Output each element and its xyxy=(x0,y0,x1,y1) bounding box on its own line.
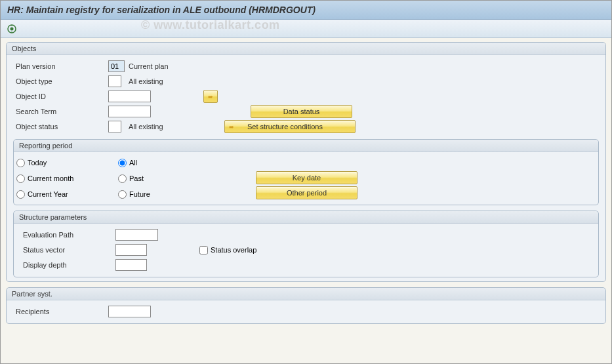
plan-version-input[interactable] xyxy=(108,60,125,72)
eval-path-input[interactable] xyxy=(115,229,158,241)
search-term-input[interactable] xyxy=(108,106,151,117)
arrow-right-icon: ➨ xyxy=(208,93,213,100)
status-vector-label: Status vector xyxy=(20,246,115,254)
display-depth-label: Display depth xyxy=(20,261,115,269)
object-type-label: Object type xyxy=(13,77,108,85)
radio-current-month-label: Current month xyxy=(28,174,73,182)
object-status-input[interactable] xyxy=(108,121,121,132)
radio-today[interactable]: Today xyxy=(16,156,118,169)
radio-past[interactable]: Past xyxy=(118,172,210,185)
radio-current-year-input[interactable] xyxy=(16,190,25,199)
radio-all[interactable]: All xyxy=(118,156,210,169)
object-id-label: Object ID xyxy=(13,92,108,100)
structure-conditions-label: Set structure conditions xyxy=(247,123,323,131)
key-date-button[interactable]: Key date xyxy=(256,171,357,184)
radio-current-month-input[interactable] xyxy=(16,174,25,183)
radio-past-label: Past xyxy=(129,174,144,182)
reporting-period-group: Reporting period Today All Key date Othe… xyxy=(13,139,599,205)
recipients-label: Recipients xyxy=(13,308,108,315)
object-id-multiselect-button[interactable]: ➨ xyxy=(203,90,218,103)
status-overlap-label: Status overlap xyxy=(211,246,256,254)
objects-group-title: Objects xyxy=(7,43,605,55)
structure-parameters-title: Structure parameters xyxy=(14,211,598,224)
partner-syst-group: Partner syst. Recipients xyxy=(6,287,606,324)
search-term-label: Search Term xyxy=(13,108,108,115)
status-overlap-checkbox[interactable] xyxy=(199,246,208,254)
recipients-input[interactable] xyxy=(108,306,151,317)
radio-today-label: Today xyxy=(28,159,47,167)
display-depth-input[interactable] xyxy=(115,259,147,271)
radio-future-input[interactable] xyxy=(118,190,127,199)
objects-group: Objects Plan version Current plan Object… xyxy=(6,42,606,282)
structure-parameters-group: Structure parameters Evaluation Path Sta… xyxy=(13,211,599,277)
radio-future-label: Future xyxy=(129,190,150,198)
object-type-input[interactable] xyxy=(108,75,121,87)
status-vector-input[interactable] xyxy=(115,244,147,256)
svg-point-1 xyxy=(10,27,14,30)
radio-current-year[interactable]: Current Year xyxy=(16,188,118,201)
structure-conditions-button[interactable]: ➨ Set structure conditions xyxy=(224,120,356,133)
object-type-text: All existing xyxy=(129,77,163,85)
radio-current-month[interactable]: Current month xyxy=(16,172,118,185)
radio-current-year-label: Current Year xyxy=(28,190,68,198)
window-title: HR: Maintain registry for serialization … xyxy=(1,1,611,20)
eval-path-label: Evaluation Path xyxy=(20,231,115,239)
data-status-button[interactable]: Data status xyxy=(251,105,352,118)
object-status-label: Object status xyxy=(13,123,108,131)
arrow-right-icon: ➨ xyxy=(229,123,234,131)
partner-syst-title: Partner syst. xyxy=(7,288,605,300)
other-period-button[interactable]: Other period xyxy=(256,186,357,199)
object-id-input[interactable] xyxy=(108,91,151,102)
radio-all-input[interactable] xyxy=(118,159,127,167)
radio-today-input[interactable] xyxy=(16,159,25,167)
radio-past-input[interactable] xyxy=(118,174,127,183)
reporting-period-title: Reporting period xyxy=(14,140,598,152)
radio-future[interactable]: Future xyxy=(118,188,210,201)
plan-version-text: Current plan xyxy=(129,62,169,70)
object-status-text: All existing xyxy=(129,123,163,131)
plan-version-label: Plan version xyxy=(13,62,108,70)
toolbar xyxy=(1,20,611,38)
radio-all-label: All xyxy=(129,159,137,167)
execute-icon[interactable] xyxy=(6,23,18,35)
